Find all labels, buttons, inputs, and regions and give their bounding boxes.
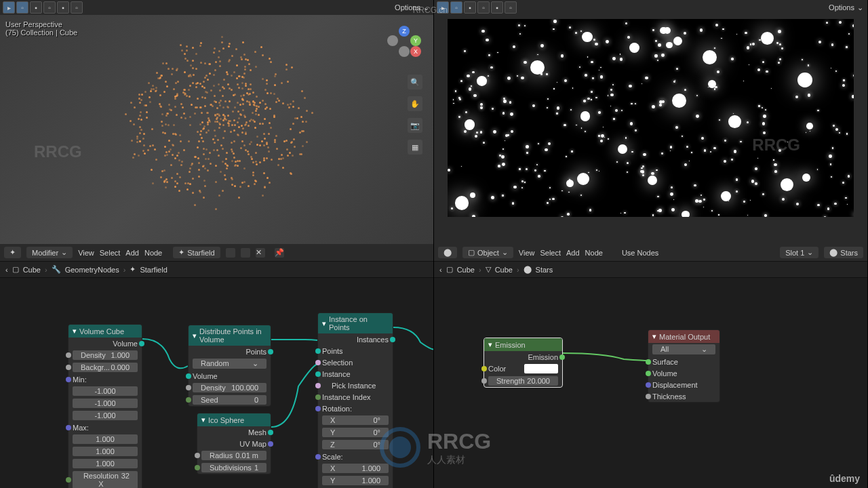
particle-preview bbox=[122, 41, 312, 203]
node-graph[interactable]: ▾ Emission Emission Color Strength20.000… bbox=[434, 278, 867, 488]
camera-icon[interactable]: 📷 bbox=[408, 118, 422, 133]
tree-selector[interactable]: ✦ Starfield bbox=[173, 247, 220, 258]
chevron-down-icon[interactable]: ⌄ bbox=[423, 3, 429, 12]
select-subtract-icon[interactable]: ▫ bbox=[477, 1, 490, 14]
fake-user-icon[interactable] bbox=[241, 248, 250, 258]
breadcrumb-item[interactable]: Cube bbox=[23, 266, 41, 274]
viewport-render[interactable]: ▸ ▫ ▪ ▫ ▪ ▫ Options ⌄ bbox=[434, 0, 868, 244]
options-dropdown[interactable]: Options bbox=[395, 3, 420, 12]
axis-x[interactable]: X bbox=[410, 46, 421, 57]
menu-select[interactable]: Select bbox=[100, 249, 121, 257]
cube-icon: ▢ bbox=[446, 265, 453, 274]
menu-view[interactable]: View bbox=[519, 249, 535, 257]
breadcrumb: ‹ ▢ Cube › ▽ Cube › ⬤ Stars bbox=[434, 262, 867, 278]
editor-header: ⬤ ▢ Object ⌄ View Select Add Node Use No… bbox=[434, 244, 867, 262]
editor-header: ✦ Modifier ⌄ View Select Add Node ✦ Star… bbox=[0, 244, 433, 262]
nav-gizmo[interactable]: Z Y X bbox=[387, 26, 421, 60]
menu-node[interactable]: Node bbox=[144, 249, 162, 257]
breadcrumb-item[interactable]: Starfield bbox=[140, 266, 167, 274]
menu-node[interactable]: Node bbox=[585, 249, 603, 257]
mode-dropdown[interactable]: Random⌄ bbox=[193, 359, 267, 369]
axis-neg2[interactable] bbox=[399, 46, 410, 57]
menu-add[interactable]: Add bbox=[566, 249, 580, 257]
node-ico-sphere[interactable]: ▾ Ico Sphere Mesh UV Map Radius0.01 m Su… bbox=[197, 413, 271, 474]
breadcrumb-item[interactable]: Cube bbox=[495, 266, 513, 274]
node-header[interactable]: ▾ Ico Sphere bbox=[197, 413, 271, 426]
material-selector[interactable]: ⬤ Stars bbox=[824, 247, 863, 258]
node-graph[interactable]: ▾ Volume Cube Volume Density1.000 Backgr… bbox=[0, 278, 433, 488]
pin-icon[interactable] bbox=[226, 248, 235, 258]
udemy-watermark: ûdemy bbox=[829, 473, 860, 484]
cube-icon: ▢ bbox=[12, 265, 19, 274]
viewport-3d[interactable]: ▸ ▫ ▪ ▫ ▪ ▫ Options ⌄ User Perspective (… bbox=[0, 0, 434, 244]
axis-y[interactable]: Y bbox=[410, 35, 421, 46]
tree-icon: ✦ bbox=[130, 265, 136, 274]
select-intersect-icon[interactable]: ▫ bbox=[71, 1, 83, 14]
menu-add[interactable]: Add bbox=[125, 249, 139, 257]
target-dropdown[interactable]: All⌄ bbox=[652, 344, 715, 354]
node-distribute-points[interactable]: ▾ Distribute Points in Volume Points Ran… bbox=[188, 325, 271, 407]
material-icon: ⬤ bbox=[524, 265, 532, 274]
breadcrumb-item[interactable]: GeometryNodes bbox=[65, 266, 119, 274]
breadcrumb-item[interactable]: Stars bbox=[536, 266, 553, 274]
modifier-icon: 🔧 bbox=[52, 265, 61, 274]
chevron-down-icon[interactable]: ⌄ bbox=[857, 3, 863, 12]
options-dropdown[interactable]: Options bbox=[829, 3, 854, 12]
select-intersect-icon[interactable]: ▫ bbox=[505, 1, 517, 14]
node-material-output[interactable]: ▾ Material Output All⌄ Surface Volume Di… bbox=[648, 329, 720, 403]
pan-icon[interactable]: ✋ bbox=[408, 96, 422, 111]
node-header[interactable]: ▾ Material Output bbox=[648, 330, 719, 343]
chevron-left-icon[interactable]: ‹ bbox=[5, 266, 8, 274]
node-instance-on-points[interactable]: ▾ Instance on Points Instances Points Se… bbox=[317, 312, 393, 488]
shader-type-dropdown[interactable]: ▢ Object ⌄ bbox=[462, 247, 513, 258]
breadcrumb: ‹ ▢ Cube › 🔧 GeometryNodes › ✦ Starfield bbox=[0, 262, 433, 278]
select-invert-icon[interactable]: ▪ bbox=[491, 1, 503, 14]
axis-neg[interactable] bbox=[387, 35, 398, 46]
node-emission[interactable]: ▾ Emission Emission Color Strength20.000 bbox=[484, 338, 563, 388]
select-subtract-icon[interactable]: ▫ bbox=[43, 1, 56, 14]
cursor-tool-icon[interactable]: ▸ bbox=[3, 1, 15, 14]
slot-dropdown[interactable]: Slot 1 ⌄ bbox=[780, 247, 818, 258]
node-header[interactable]: ▾ Instance on Points bbox=[318, 313, 393, 333]
select-box-icon[interactable]: ▫ bbox=[16, 1, 28, 14]
viewport-header: ▸ ▫ ▪ ▫ ▪ ▫ Options ⌄ bbox=[0, 0, 433, 15]
node-header[interactable]: ▾ Emission bbox=[484, 338, 562, 351]
mesh-icon: ▽ bbox=[486, 265, 491, 274]
geometry-nodes-editor[interactable]: ✦ Modifier ⌄ View Select Add Node ✦ Star… bbox=[0, 244, 434, 488]
viewport-header-right: ▸ ▫ ▪ ▫ ▪ ▫ Options ⌄ bbox=[434, 0, 867, 15]
node-header[interactable]: ▾ Volume Cube bbox=[68, 325, 142, 338]
shader-editor[interactable]: ⬤ ▢ Object ⌄ View Select Add Node Use No… bbox=[434, 244, 868, 488]
select-extend-icon[interactable]: ▪ bbox=[464, 1, 476, 14]
select-invert-icon[interactable]: ▪ bbox=[57, 1, 69, 14]
viewport-info: User Perspective (75) Collection | Cube bbox=[5, 20, 77, 37]
menu-view[interactable]: View bbox=[78, 249, 94, 257]
chevron-left-icon[interactable]: ‹ bbox=[439, 266, 442, 274]
editor-type-dropdown[interactable]: ⬤ bbox=[438, 247, 457, 258]
color-swatch[interactable] bbox=[524, 364, 558, 373]
editor-type-dropdown[interactable]: ✦ bbox=[4, 247, 21, 258]
cursor-tool-icon[interactable]: ▸ bbox=[437, 1, 449, 14]
snap-icon[interactable]: 📌 bbox=[275, 248, 284, 258]
grid-icon[interactable]: ▦ bbox=[408, 140, 422, 155]
node-header[interactable]: ▾ Distribute Points in Volume bbox=[189, 325, 271, 346]
axis-z[interactable]: Z bbox=[399, 26, 410, 37]
breadcrumb-item[interactable]: Cube bbox=[457, 266, 475, 274]
use-nodes-checkbox[interactable] bbox=[608, 249, 616, 257]
modifier-dropdown[interactable]: Modifier ⌄ bbox=[26, 247, 73, 258]
node-volume-cube[interactable]: ▾ Volume Cube Volume Density1.000 Backgr… bbox=[68, 324, 142, 488]
select-extend-icon[interactable]: ▪ bbox=[30, 1, 42, 14]
use-nodes-label: Use Nodes bbox=[622, 249, 658, 257]
zoom-icon[interactable]: 🔍 bbox=[408, 75, 422, 89]
unlink-icon[interactable]: ✕ bbox=[256, 248, 265, 258]
select-box-icon[interactable]: ▫ bbox=[450, 1, 462, 14]
render-output bbox=[448, 19, 854, 217]
menu-select[interactable]: Select bbox=[540, 249, 561, 257]
